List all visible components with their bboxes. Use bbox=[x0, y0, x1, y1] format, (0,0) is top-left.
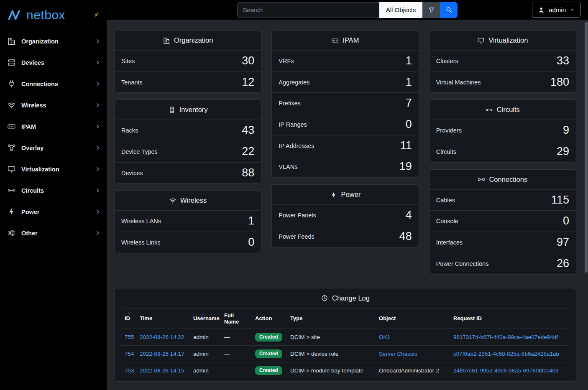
sidebar-item-other[interactable]: Other bbox=[0, 222, 107, 244]
sidebar-item-devices[interactable]: Devices bbox=[0, 52, 107, 73]
sidebar-item-wireless[interactable]: Wireless bbox=[0, 94, 107, 116]
sidebar-item-circuits[interactable]: Circuits bbox=[0, 180, 107, 201]
change-object-link[interactable]: OK1 bbox=[379, 334, 390, 340]
sidebar-item-label: Overlay bbox=[21, 145, 43, 151]
stat-row-sites[interactable]: Sites 30 bbox=[115, 50, 261, 71]
netbox-logo[interactable]: netbox bbox=[0, 0, 107, 31]
stat-row-wireless-links[interactable]: Wireless Links 0 bbox=[115, 232, 261, 253]
stat-label: Virtual Machines bbox=[436, 79, 481, 86]
stat-row-vlans[interactable]: VLANs 19 bbox=[272, 156, 418, 177]
pin-icon[interactable] bbox=[92, 11, 100, 19]
sidebar-item-virtualization[interactable]: Virtualization bbox=[0, 158, 107, 180]
search-button[interactable] bbox=[440, 2, 458, 18]
stat-row-ip-ranges[interactable]: IP Ranges 0 bbox=[272, 114, 418, 135]
scrollbar[interactable] bbox=[585, 22, 588, 273]
stat-row-device-types[interactable]: Device Types 22 bbox=[115, 141, 261, 162]
power-card: Power Power Panels 4 Power Feeds 48 bbox=[271, 184, 419, 247]
stat-row-clusters[interactable]: Clusters 33 bbox=[429, 50, 576, 71]
change-time-link[interactable]: 2022-08-26 14:17 bbox=[140, 351, 184, 357]
stat-row-providers[interactable]: Providers 9 bbox=[429, 120, 576, 141]
change-id-link[interactable]: 755 bbox=[125, 334, 134, 340]
request-id-link[interactable]: c07f0ab2-2351-4c58-825a-8b6a2425a1ab bbox=[453, 351, 559, 357]
change-object-link[interactable]: Server Chassis bbox=[379, 351, 417, 357]
stat-row-power-panels[interactable]: Power Panels 4 bbox=[272, 204, 418, 226]
stat-value: 4 bbox=[406, 209, 412, 222]
card-title: IPAM bbox=[272, 31, 418, 50]
change-id-link[interactable]: 753 bbox=[125, 367, 134, 374]
stat-row-wireless-lans[interactable]: Wireless LANs 1 bbox=[115, 210, 261, 232]
stat-row-cables[interactable]: Cables 115 bbox=[429, 189, 576, 211]
card-title-text: IPAM bbox=[343, 36, 359, 44]
stat-row-power-feeds[interactable]: Power Feeds 48 bbox=[272, 226, 418, 247]
chevron-right-icon bbox=[95, 166, 101, 172]
col-header-username: Username bbox=[190, 308, 221, 329]
stat-row-racks[interactable]: Racks 43 bbox=[115, 120, 261, 141]
col-header-request-id: Request ID bbox=[450, 308, 569, 329]
chevron-right-icon bbox=[95, 209, 101, 215]
stat-row-vrfs[interactable]: VRFs 1 bbox=[272, 50, 418, 71]
search-scope-button[interactable]: All Objects bbox=[379, 2, 423, 18]
col-header-type: Type bbox=[287, 308, 376, 329]
stat-label: Console bbox=[436, 218, 458, 224]
transit-icon bbox=[7, 186, 16, 195]
building-icon bbox=[7, 37, 16, 46]
change-time-link[interactable]: 2022-08-26 14:15 bbox=[140, 367, 184, 374]
organization-card: Organization Sites 30 Tenants 12 bbox=[114, 30, 261, 93]
stat-row-interfaces[interactable]: Interfaces 97 bbox=[429, 232, 576, 253]
card-title-text: Virtualization bbox=[488, 36, 528, 44]
request-id-link[interactable]: 24807c61-9952-49c6-b8a5-69760bfcc4b3 bbox=[453, 367, 558, 374]
change-full-name: — bbox=[221, 329, 252, 345]
stat-row-virtual-machines[interactable]: Virtual Machines 180 bbox=[429, 71, 576, 93]
change-username: admin bbox=[190, 345, 221, 362]
stat-value: 12 bbox=[242, 76, 254, 89]
sidebar-item-label: Connections bbox=[21, 81, 58, 87]
stat-row-aggregates[interactable]: Aggregates 1 bbox=[272, 71, 418, 93]
sidebar-item-label: Wireless bbox=[21, 102, 46, 109]
filter-button[interactable] bbox=[422, 2, 440, 18]
stat-value: 48 bbox=[399, 230, 412, 243]
col-header-action: Action bbox=[252, 308, 287, 329]
stat-row-tenants[interactable]: Tenants 12 bbox=[115, 71, 261, 93]
stat-value: 7 bbox=[406, 97, 412, 110]
chevron-right-icon bbox=[95, 145, 101, 151]
action-badge: Created bbox=[255, 333, 282, 342]
stat-label: Racks bbox=[121, 127, 138, 134]
sidebar-item-organization[interactable]: Organization bbox=[0, 31, 107, 52]
sidebar-item-ipam[interactable]: IPAM bbox=[0, 116, 107, 137]
chevron-right-icon bbox=[95, 102, 101, 108]
sidebar: netbox Organization Devices Connections … bbox=[0, 0, 107, 390]
card-title: Organization bbox=[115, 31, 261, 50]
change-log-card: Change Log ID Time Username Full Name Ac… bbox=[114, 288, 576, 382]
card-title: Circuits bbox=[429, 100, 576, 120]
stat-label: Power Panels bbox=[279, 212, 316, 219]
connections-card: Connections Cables 115 Console 0 Interfa… bbox=[429, 169, 576, 275]
stat-row-circuits[interactable]: Circuits 29 bbox=[429, 141, 576, 162]
change-id-link[interactable]: 754 bbox=[125, 351, 134, 357]
chevron-right-icon bbox=[95, 230, 101, 236]
card-title-text: Inventory bbox=[179, 106, 208, 114]
action-badge: Created bbox=[255, 366, 282, 375]
sidebar-item-connections[interactable]: Connections bbox=[0, 73, 107, 94]
wifi-icon bbox=[7, 101, 16, 110]
stat-row-prefixes[interactable]: Prefixes 7 bbox=[272, 92, 418, 114]
counter-icon bbox=[331, 37, 339, 44]
flash-icon bbox=[7, 207, 16, 216]
change-time-link[interactable]: 2022-08-26 14:22 bbox=[140, 334, 184, 340]
sidebar-item-overlay[interactable]: Overlay bbox=[0, 137, 107, 158]
stat-label: Power Feeds bbox=[279, 233, 314, 240]
stat-row-devices[interactable]: Devices 88 bbox=[115, 162, 261, 184]
change-username: admin bbox=[190, 329, 221, 345]
stat-label: Clusters bbox=[436, 58, 458, 64]
card-title-text: Connections bbox=[489, 176, 527, 184]
sidebar-item-power[interactable]: Power bbox=[0, 201, 107, 222]
stat-row-console[interactable]: Console 0 bbox=[429, 210, 576, 232]
user-menu-button[interactable]: admin bbox=[532, 2, 581, 18]
stat-row-power-connections[interactable]: Power Connections 26 bbox=[429, 253, 576, 274]
stat-value: 0 bbox=[563, 215, 569, 227]
request-id-link[interactable]: 9817317d-b67f-440a-99ca-4ae07ede94df bbox=[453, 334, 558, 340]
wireless-card: Wireless Wireless LANs 1 Wireless Links … bbox=[114, 190, 261, 253]
table-row: 754 2022-08-26 14:17 admin — Created DCI… bbox=[121, 345, 569, 362]
search-input[interactable] bbox=[237, 2, 379, 18]
card-title-text: Organization bbox=[174, 36, 213, 44]
stat-row-ip-addresses[interactable]: IP Addresses 11 bbox=[272, 135, 418, 156]
